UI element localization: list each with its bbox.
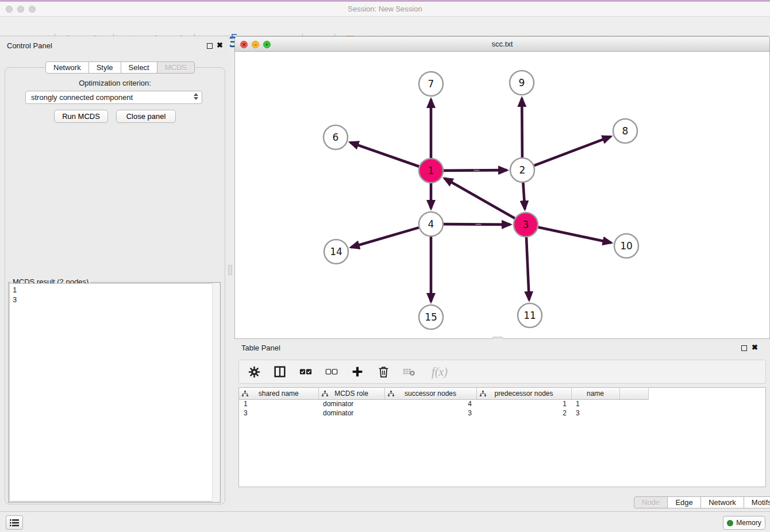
close-table-panel-icon[interactable]: ✖ [752,343,758,352]
run-mcds-button[interactable]: Run MCDS [54,110,108,123]
memory-status-icon [727,520,733,526]
graph-node-label: 3 [523,219,529,230]
column-header-predecessor-nodes[interactable]: predecessor nodes [476,388,571,399]
graph-node-label: 14 [330,246,342,257]
network-maximize-icon[interactable]: + [263,41,271,48]
zoom-window-button[interactable] [29,6,36,13]
graph-node-label: 6 [333,132,339,143]
table-cell[interactable]: dominator [318,408,384,418]
table-cell[interactable]: 3 [239,408,318,418]
graph-edge-3-1[interactable] [444,178,514,218]
column-header-shared-name[interactable]: shared name [239,388,318,399]
table-cell[interactable]: 1 [239,399,318,408]
graph-node-9[interactable]: 9 [510,71,534,95]
column-header-successor-nodes[interactable]: successor nodes [384,388,476,399]
float-panel-icon[interactable] [207,43,213,49]
network-minimize-icon[interactable]: − [252,41,259,48]
graph-node-15[interactable]: 15 [419,305,443,329]
graph-edge-4-14[interactable] [351,228,419,247]
graph-node-label: 7 [428,78,434,90]
table-cell[interactable]: dominator [318,399,384,408]
deselect-all-rows-icon[interactable] [325,365,338,378]
tree-column-icon [388,391,394,397]
tab-network-table[interactable]: Network Table [700,496,744,508]
delete-table-icon[interactable] [403,365,415,378]
optimization-criterion-label: Optimization criterion: [0,79,230,87]
table-cell[interactable]: 4 [384,399,476,408]
graph-node-10[interactable]: 10 [614,234,638,258]
network-close-icon[interactable]: ✕ [240,41,248,48]
graph-node-label: 4 [428,218,434,230]
table-cell[interactable]: 3 [384,408,476,418]
graph-edge-2-8[interactable] [534,137,611,166]
table-toolbar: f(x) [238,360,766,384]
close-panel-button[interactable]: Close panel [116,110,176,123]
column-header-name[interactable]: name [571,388,619,399]
graph-node-2[interactable]: 2 [510,158,534,182]
criterion-value: strongly connected component [31,93,133,102]
graph-edge-2-9[interactable] [522,98,522,157]
graph-node-label: 10 [620,240,633,252]
list-icon [10,519,19,527]
table-panel: Table Panel ✖ f(x) shared nameM [234,339,770,511]
task-history-button[interactable] [6,515,23,530]
graph-node-1[interactable]: 1 [419,159,443,183]
mcds-result-text[interactable]: 1 3 [9,283,220,502]
fx-label: f(x) [432,365,448,379]
tab-mcds[interactable]: MCDS [157,61,195,74]
main-toolbar [0,17,770,36]
graph-node-8[interactable]: 8 [613,119,637,143]
graph-node-11[interactable]: 11 [518,303,542,327]
graph-node-4[interactable]: 4 [419,212,443,236]
tab-motifs[interactable]: Motifs [744,496,770,508]
app-title: Session: New Session [0,2,770,16]
tree-column-icon [242,391,248,397]
add-column-icon[interactable] [351,365,364,378]
minimize-window-button[interactable] [17,6,24,13]
float-table-panel-icon[interactable] [741,345,747,351]
graph-edge-1-6[interactable] [350,142,419,167]
memory-button[interactable]: Memory [723,516,765,530]
table-cell[interactable]: 1 [571,399,619,408]
select-all-rows-icon[interactable] [299,365,312,378]
tab-node-table[interactable]: Node Table [634,496,668,508]
node-table: shared nameMCDS rolesuccessor nodesprede… [238,387,766,487]
control-panel-tabs: NetworkStyleSelectMCDS [45,61,195,74]
control-panel: Control Panel ✖ NetworkStyleSelectMCDS O… [0,36,230,511]
close-panel-icon[interactable]: ✖ [217,41,223,49]
apply-function-icon[interactable]: f(x) [429,365,451,378]
delete-column-icon[interactable] [377,365,390,378]
tab-edge-table[interactable]: Edge Table [667,496,701,508]
graph-node-7[interactable]: 7 [419,72,443,96]
mcds-result-box: MCDS result (2 nodes) 1 3 [8,282,221,503]
graph-edge-2-3[interactable] [523,183,525,209]
table-row[interactable]: 3dominator323 [239,408,648,418]
table-row[interactable]: 1dominator411 [239,399,648,408]
settings-gear-icon[interactable] [248,365,260,378]
graph-edge-3-10[interactable] [538,228,611,243]
tab-style[interactable]: Style [88,61,121,74]
table-cell[interactable]: 2 [476,408,571,418]
graph-node-14[interactable]: 14 [324,240,348,264]
network-window-titlebar[interactable]: ✕ − + scc.txt [234,36,770,52]
result-scrollbar[interactable] [212,283,220,502]
column-header-MCDS-role[interactable]: MCDS role [318,388,384,399]
tab-network[interactable]: Network [45,61,89,74]
graph-node-3[interactable]: 3 [514,213,538,237]
graph-node-6[interactable]: 6 [324,125,348,149]
app-titlebar: Session: New Session [0,2,770,17]
close-window-button[interactable] [6,6,13,13]
network-graph[interactable]: 7968124314101511 [235,52,769,338]
column-layout-icon[interactable] [274,365,286,378]
graph-edge-3-11[interactable] [526,237,529,300]
criterion-select[interactable]: strongly connected component [25,91,202,104]
graph-node-label: 15 [425,311,437,323]
vertical-splitter-grip[interactable] [228,265,232,275]
table-cell[interactable]: 1 [476,399,571,408]
network-canvas[interactable]: 7968124314101511 [234,52,770,339]
graph-node-label: 11 [523,310,536,321]
status-bar: Memory [0,511,770,532]
graph-node-label: 2 [519,164,526,176]
table-cell[interactable]: 3 [571,408,619,418]
tab-select[interactable]: Select [121,61,157,74]
